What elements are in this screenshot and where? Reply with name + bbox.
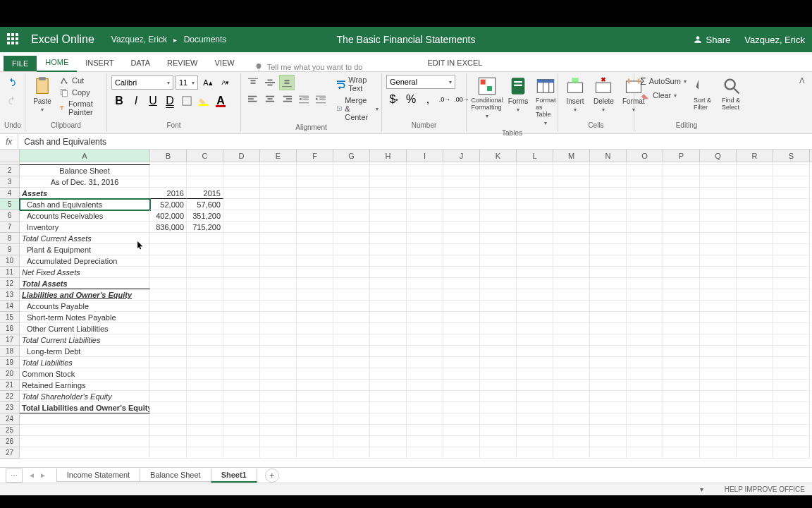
cell-P22[interactable]: [663, 391, 700, 402]
tab-data[interactable]: DATA: [122, 54, 159, 71]
shrink-font-button[interactable]: A▾: [218, 75, 233, 90]
cell-N2[interactable]: [590, 165, 627, 176]
cell-F4[interactable]: [297, 188, 333, 199]
cell-I22[interactable]: [407, 391, 443, 402]
cell-E14[interactable]: [260, 301, 297, 312]
cell-D5[interactable]: [223, 199, 260, 210]
cell-Q22[interactable]: [700, 391, 737, 402]
cell-N21[interactable]: [590, 380, 627, 391]
redo-button[interactable]: [4, 93, 20, 109]
cell-S17[interactable]: [773, 334, 810, 346]
cell-C15[interactable]: [187, 312, 223, 323]
cell-O4[interactable]: [627, 188, 663, 199]
cell-E8[interactable]: [260, 233, 297, 244]
cell-N24[interactable]: [590, 413, 627, 425]
cell-H16[interactable]: [370, 323, 407, 334]
cell-C20[interactable]: [187, 368, 223, 380]
cell-Q18[interactable]: [700, 346, 737, 357]
cell-H8[interactable]: [370, 233, 407, 244]
cell-M4[interactable]: [553, 188, 590, 199]
cell-H17[interactable]: [370, 334, 407, 346]
cell-L12[interactable]: [517, 278, 553, 289]
cell-I7[interactable]: [407, 222, 443, 233]
cell-J7[interactable]: [443, 222, 480, 233]
cell-C21[interactable]: [187, 380, 223, 391]
cell-Q14[interactable]: [700, 301, 737, 312]
cell-C3[interactable]: [187, 176, 223, 188]
cell-R22[interactable]: [737, 391, 773, 402]
cell-O3[interactable]: [627, 176, 663, 188]
sheet-tab-sheet1[interactable]: Sheet1: [211, 468, 257, 483]
cell-M6[interactable]: [553, 210, 590, 222]
cell-Q27[interactable]: [700, 447, 737, 459]
cell-K4[interactable]: [480, 188, 517, 199]
cell-R23[interactable]: [737, 402, 773, 413]
cell-H13[interactable]: [370, 289, 407, 301]
cell-E15[interactable]: [260, 312, 297, 323]
cell-N6[interactable]: [590, 210, 627, 222]
cell-P15[interactable]: [663, 312, 700, 323]
cell-G3[interactable]: [333, 176, 370, 188]
cell-E3[interactable]: [260, 176, 297, 188]
cell-P14[interactable]: [663, 301, 700, 312]
cell-O12[interactable]: [627, 278, 663, 289]
row-header[interactable]: 19: [0, 357, 20, 368]
col-header-d[interactable]: D: [223, 150, 260, 162]
cell-N19[interactable]: [590, 357, 627, 368]
cell-K16[interactable]: [480, 323, 517, 334]
cell-F24[interactable]: [297, 413, 333, 425]
cell-D2[interactable]: [223, 165, 260, 176]
cell-L16[interactable]: [517, 323, 553, 334]
cell-A13[interactable]: Liabilities and Owner's Equity: [20, 289, 150, 301]
cell-R27[interactable]: [737, 447, 773, 459]
cell-K12[interactable]: [480, 278, 517, 289]
cell-I23[interactable]: [407, 402, 443, 413]
cell-S16[interactable]: [773, 323, 810, 334]
cell-I12[interactable]: [407, 278, 443, 289]
cell-F22[interactable]: [297, 391, 333, 402]
cell-P11[interactable]: [663, 267, 700, 278]
cell-D23[interactable]: [223, 402, 260, 413]
cell-H3[interactable]: [370, 176, 407, 188]
cell-M5[interactable]: [553, 199, 590, 210]
cell-J9[interactable]: [443, 244, 480, 255]
cell-C16[interactable]: [187, 323, 223, 334]
col-header-s[interactable]: S: [773, 150, 810, 162]
cell-S14[interactable]: [773, 301, 810, 312]
cell-J8[interactable]: [443, 233, 480, 244]
cell-S7[interactable]: [773, 222, 810, 233]
cell-O24[interactable]: [627, 413, 663, 425]
cell-K26[interactable]: [480, 436, 517, 447]
cell-N20[interactable]: [590, 368, 627, 380]
row-header[interactable]: 5: [0, 199, 20, 210]
cell-A27[interactable]: [20, 447, 150, 459]
cell-S25[interactable]: [773, 425, 810, 436]
cell-S15[interactable]: [773, 312, 810, 323]
double-underline-button[interactable]: D: [162, 93, 178, 109]
cell-J10[interactable]: [443, 255, 480, 267]
percent-button[interactable]: %: [403, 92, 419, 107]
sheet-prev[interactable]: ◄: [28, 471, 35, 479]
cell-Q6[interactable]: [700, 210, 737, 222]
cell-K6[interactable]: [480, 210, 517, 222]
sheet-tab-balance[interactable]: Balance Sheet: [140, 468, 211, 482]
cell-P18[interactable]: [663, 346, 700, 357]
align-left-button[interactable]: [245, 92, 261, 107]
cell-M19[interactable]: [553, 357, 590, 368]
cell-O7[interactable]: [627, 222, 663, 233]
cell-H5[interactable]: [370, 199, 407, 210]
cell-G22[interactable]: [333, 391, 370, 402]
row-header[interactable]: 23: [0, 402, 20, 413]
cell-R2[interactable]: [737, 165, 773, 176]
cell-N25[interactable]: [590, 425, 627, 436]
col-header-o[interactable]: O: [627, 150, 663, 162]
cell-K21[interactable]: [480, 380, 517, 391]
cell-S11[interactable]: [773, 267, 810, 278]
cell-G10[interactable]: [333, 255, 370, 267]
cell-N26[interactable]: [590, 436, 627, 447]
cell-B18[interactable]: [150, 346, 187, 357]
cell-K24[interactable]: [480, 413, 517, 425]
cell-S23[interactable]: [773, 402, 810, 413]
cell-Q17[interactable]: [700, 334, 737, 346]
cell-Q3[interactable]: [700, 176, 737, 188]
